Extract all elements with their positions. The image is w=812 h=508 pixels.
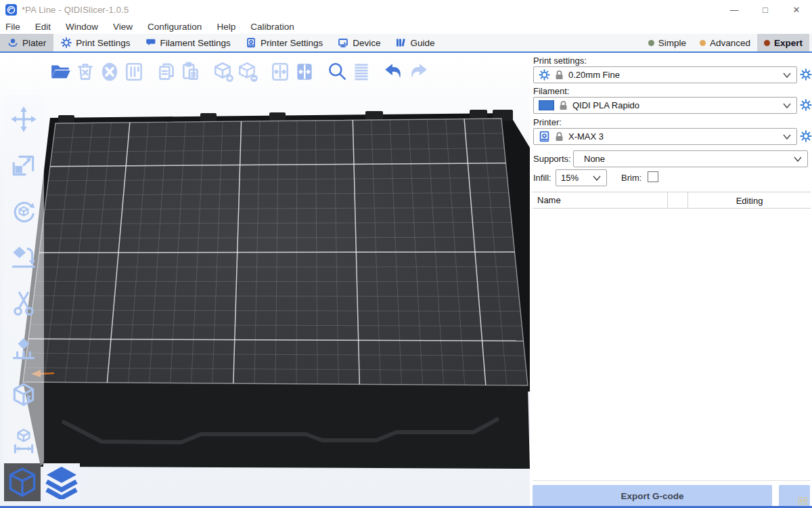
menu-bar: File Edit Window View Configuration Help… bbox=[0, 19, 812, 34]
expert-dot-icon bbox=[764, 40, 770, 46]
menu-edit[interactable]: Edit bbox=[28, 19, 58, 34]
tab-guide[interactable]: Guide bbox=[388, 34, 442, 51]
printer-icon bbox=[246, 37, 256, 48]
chevron-down-icon bbox=[593, 175, 601, 181]
tab-plater[interactable]: Plater bbox=[0, 34, 53, 51]
add-instance-button[interactable] bbox=[211, 59, 235, 85]
printer-combo[interactable]: X-MAX 3 bbox=[533, 128, 797, 145]
place-on-face-icon bbox=[9, 243, 38, 272]
tab-print-settings[interactable]: Print Settings bbox=[53, 34, 137, 51]
object-list-body[interactable] bbox=[533, 209, 811, 481]
editor-3d-view-button[interactable] bbox=[4, 463, 41, 501]
maximize-button[interactable]: □ bbox=[750, 0, 781, 19]
infill-combo[interactable]: 15% bbox=[556, 169, 607, 186]
qidislicer-window: *PA Line - QIDISlicer-1.0.5 — □ ✕ File E… bbox=[0, 0, 812, 508]
mode-expert[interactable]: Expert bbox=[757, 34, 809, 51]
filament-combo[interactable]: QIDI PLA Rapido bbox=[533, 97, 797, 114]
rotate-tool[interactable] bbox=[9, 196, 39, 226]
menu-configuration[interactable]: Configuration bbox=[140, 19, 209, 34]
printer-value: X-MAX 3 bbox=[568, 131, 604, 142]
tab-device[interactable]: Device bbox=[330, 34, 388, 51]
variable-layer-height-button[interactable] bbox=[349, 59, 374, 85]
paste-button[interactable] bbox=[179, 59, 203, 85]
menu-view[interactable]: View bbox=[106, 19, 140, 34]
lock-icon bbox=[555, 70, 564, 80]
tab-label: Guide bbox=[410, 38, 434, 48]
mode-selector: Simple Advanced Expert bbox=[641, 34, 812, 51]
chevron-down-icon bbox=[783, 134, 791, 140]
export-to-sd-button[interactable] bbox=[779, 485, 810, 507]
search-button[interactable] bbox=[325, 59, 349, 85]
open-button[interactable] bbox=[49, 59, 73, 85]
advanced-dot-icon bbox=[700, 40, 706, 46]
close-button[interactable]: ✕ bbox=[781, 0, 812, 19]
filament-color-swatch bbox=[539, 100, 554, 110]
mode-simple[interactable]: Simple bbox=[641, 34, 693, 51]
export-gcode-button[interactable]: Export G-code bbox=[533, 485, 772, 507]
minimize-button[interactable]: — bbox=[719, 0, 750, 19]
split-parts-button[interactable] bbox=[292, 59, 317, 85]
filament-gear-button[interactable] bbox=[799, 98, 812, 112]
tab-label: Print Settings bbox=[76, 38, 130, 48]
split-objects-button[interactable] bbox=[268, 59, 292, 85]
move-tool[interactable] bbox=[9, 104, 39, 134]
arrange-button[interactable] bbox=[122, 59, 146, 85]
print-settings-gear-button[interactable] bbox=[799, 67, 812, 82]
rotate-icon bbox=[9, 197, 38, 226]
copy-button[interactable] bbox=[154, 59, 179, 85]
column-editing: Editing bbox=[687, 192, 811, 208]
cut-tool[interactable] bbox=[9, 289, 39, 318]
delete-icon bbox=[74, 60, 97, 83]
variable-layer-height-icon bbox=[350, 60, 373, 83]
redo-button[interactable] bbox=[406, 59, 430, 85]
chevron-down-icon bbox=[783, 72, 791, 78]
tab-label: Plater bbox=[22, 38, 46, 48]
print-bed-scene bbox=[0, 53, 530, 508]
delete-button[interactable] bbox=[73, 59, 97, 85]
gear-icon bbox=[539, 69, 550, 81]
undo-icon bbox=[382, 60, 405, 83]
remove-instance-button[interactable] bbox=[235, 59, 260, 85]
tab-bar: Plater Print Settings Filament Settings … bbox=[0, 34, 812, 53]
seam-tool[interactable] bbox=[9, 381, 39, 410]
gear-icon bbox=[800, 99, 812, 111]
printer-gear-button[interactable] bbox=[799, 129, 812, 144]
measure-icon bbox=[9, 427, 38, 456]
menu-calibration[interactable]: Calibration bbox=[243, 19, 302, 34]
place-on-face-tool[interactable] bbox=[9, 242, 39, 272]
undo-button[interactable] bbox=[382, 59, 406, 85]
gear-icon bbox=[800, 130, 812, 142]
device-icon bbox=[338, 37, 348, 48]
column-extruder bbox=[667, 192, 687, 208]
books-icon bbox=[395, 37, 406, 48]
supports-value: None bbox=[579, 154, 605, 164]
filament-icon bbox=[145, 37, 156, 48]
settings-panel: Print settings: 0.20mm Fine Filament: QI… bbox=[530, 53, 812, 508]
print-settings-combo[interactable]: 0.20mm Fine bbox=[533, 66, 797, 83]
add-instance-icon bbox=[212, 60, 235, 83]
sd-card-icon bbox=[798, 497, 807, 505]
delete-all-button[interactable] bbox=[97, 59, 122, 85]
copy-icon bbox=[155, 60, 178, 83]
mode-label: Advanced bbox=[710, 38, 750, 48]
printer-label: Printer: bbox=[533, 117, 562, 127]
measure-tool[interactable] bbox=[9, 427, 39, 457]
view-mode-buttons bbox=[4, 463, 80, 501]
menu-help[interactable]: Help bbox=[209, 19, 243, 34]
supports-combo[interactable]: None bbox=[573, 150, 808, 167]
scale-icon bbox=[9, 151, 38, 179]
scale-tool[interactable] bbox=[9, 150, 39, 180]
delete-all-icon bbox=[98, 60, 121, 83]
tab-printer-settings[interactable]: Printer Settings bbox=[238, 34, 330, 51]
plater-3d-viewport[interactable] bbox=[0, 53, 530, 508]
tab-filament-settings[interactable]: Filament Settings bbox=[138, 34, 238, 51]
gizmo-toolbar bbox=[3, 95, 44, 466]
menu-window[interactable]: Window bbox=[58, 19, 106, 34]
lock-icon bbox=[555, 131, 564, 142]
brim-checkbox[interactable] bbox=[648, 171, 658, 182]
mode-advanced[interactable]: Advanced bbox=[693, 34, 757, 51]
preview-layers-view-button[interactable] bbox=[43, 463, 80, 501]
paint-supports-tool[interactable] bbox=[9, 335, 39, 364]
open-folder-icon bbox=[49, 60, 72, 83]
menu-file[interactable]: File bbox=[0, 19, 28, 34]
